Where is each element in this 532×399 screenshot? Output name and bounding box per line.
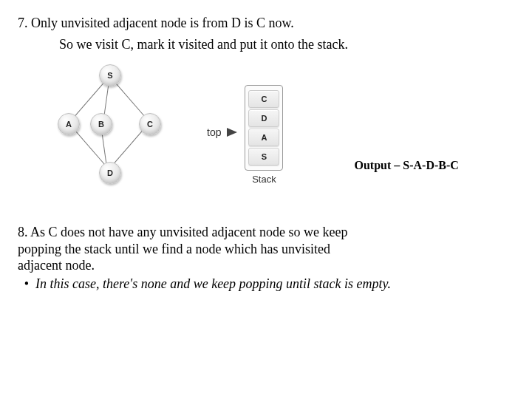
- stack-item: D: [248, 109, 279, 127]
- node-c: C: [139, 113, 161, 135]
- step8-line1: 8. As C does not have any unvisited adja…: [18, 224, 514, 241]
- step8-line2: popping the stack until we find a node w…: [18, 241, 514, 258]
- stack-caption: Stack: [252, 174, 276, 185]
- step8-block: 8. As C does not have any unvisited adja…: [18, 224, 514, 292]
- bullet-icon: •: [18, 276, 35, 293]
- stack-area: top C D A S Stack: [207, 81, 283, 185]
- node-b: B: [90, 113, 112, 135]
- output-text: Output – S-A-D-B-C: [354, 159, 458, 172]
- step7-line2: So we visit C, mark it visited and put i…: [59, 36, 514, 53]
- node-a: A: [58, 113, 80, 135]
- figure-row: S A B C D top C D A S Stack Output – S-A…: [40, 58, 514, 206]
- stack-item: C: [248, 90, 279, 108]
- step8-line3: adjacent node.: [18, 257, 514, 274]
- stack-box: C D A S: [245, 85, 283, 171]
- arrow-right-icon: [227, 128, 237, 137]
- node-d: D: [99, 162, 121, 184]
- step7-line1: 7. Only unvisited adjacent node is from …: [18, 15, 514, 32]
- step8-bullet: In this case, there's none and we keep p…: [35, 276, 514, 293]
- stack-item: A: [248, 129, 279, 146]
- top-label: top: [207, 126, 221, 138]
- graph-diagram: S A B C D: [40, 58, 180, 206]
- node-s: S: [99, 64, 121, 86]
- stack-item: S: [248, 148, 279, 166]
